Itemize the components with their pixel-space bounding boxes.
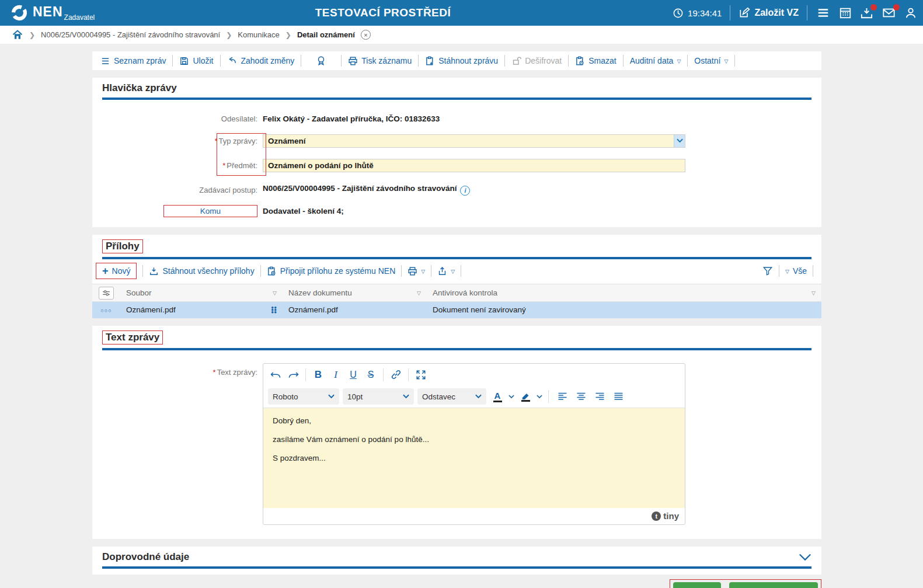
tinymce-brand[interactable]: t tiny xyxy=(652,511,679,521)
color-swatch xyxy=(493,401,502,402)
drag-handle-icon[interactable]: ●●●●●● xyxy=(271,307,277,314)
new-attachment-button[interactable]: + Nový xyxy=(96,263,137,279)
filter-all-button[interactable]: ▽ Vše xyxy=(785,266,807,276)
underline-button[interactable]: U xyxy=(346,367,361,382)
tiny-logo-icon: t xyxy=(652,512,661,521)
message-list-button[interactable]: Seznam zpráv xyxy=(100,56,166,65)
message-line: Dobrý den, xyxy=(273,416,675,425)
audit-data-button[interactable]: Auditní data▽ xyxy=(630,56,681,65)
message-header-section: Hlavička zprávy Odesílatel: Felix Okátý … xyxy=(92,78,821,227)
table-row-attachment[interactable]: ○○○ Oznámení.pdf●●●●●● Oznámení.pdf Doku… xyxy=(92,302,821,318)
highlight-color-button[interactable] xyxy=(518,389,533,404)
attach-from-nen-button[interactable]: Připojit přílohu ze systému NEN xyxy=(267,266,396,276)
column-header-file[interactable]: Soubor▽ xyxy=(120,284,283,302)
chevron-down-icon xyxy=(328,394,335,399)
divider xyxy=(220,55,221,67)
align-left-button[interactable] xyxy=(555,389,570,404)
hamburger-icon xyxy=(816,6,831,19)
subject-input[interactable]: Oznámení o podání po lhůtě xyxy=(263,159,685,172)
discard-changes-button[interactable]: Zahodit změny xyxy=(227,56,295,65)
link-button[interactable] xyxy=(388,367,403,382)
nen-logo[interactable]: NENZadavatel xyxy=(0,4,95,22)
save-button[interactable]: Uložit xyxy=(179,56,213,66)
breadcrumb-separator: ❯ xyxy=(29,31,35,39)
breadcrumb-separator: ❯ xyxy=(226,31,232,39)
breadcrumb-item-communication[interactable]: Komunikace xyxy=(238,30,280,39)
clipboard-download-icon xyxy=(425,56,435,66)
close-tab-icon[interactable]: × xyxy=(361,30,371,40)
attachment-doc-name: Oznámení.pdf xyxy=(283,302,427,318)
attachment-antivirus-status: Dokument není zavirovaný xyxy=(427,302,821,318)
info-icon[interactable]: i xyxy=(460,186,470,196)
undo-icon xyxy=(270,370,281,380)
download-all-attachments-button[interactable]: Stáhnout všechny přílohy xyxy=(149,266,254,276)
filter-triangle-icon[interactable]: ▽ xyxy=(811,290,816,296)
required-marker: * xyxy=(213,368,216,377)
column-header-docname[interactable]: Název dokumentu▽ xyxy=(283,284,427,302)
column-settings-button[interactable] xyxy=(99,287,114,300)
delete-button[interactable]: Smazat xyxy=(575,56,616,66)
logo-text: NEN xyxy=(33,4,63,19)
dropdown-button[interactable] xyxy=(674,135,685,147)
messages-button[interactable] xyxy=(882,6,896,19)
bold-button[interactable]: B xyxy=(311,367,326,382)
rosette-icon xyxy=(316,55,326,66)
divider xyxy=(383,368,384,381)
expand-chevron-icon[interactable] xyxy=(799,553,811,561)
home-icon[interactable] xyxy=(12,29,23,41)
align-justify-button[interactable] xyxy=(611,389,626,404)
print-attachments-button[interactable]: ▽ xyxy=(407,266,425,276)
font-family-select[interactable]: Roboto xyxy=(268,388,339,405)
redo-button[interactable] xyxy=(285,367,301,382)
nen-swirl-icon xyxy=(11,4,28,22)
user-profile-button[interactable] xyxy=(904,6,917,19)
other-button[interactable]: Ostatní▽ xyxy=(694,56,728,65)
align-center-button[interactable] xyxy=(573,389,588,404)
filter-triangle-icon[interactable]: ▽ xyxy=(273,290,277,296)
italic-button[interactable]: I xyxy=(328,367,343,382)
breadcrumb-separator: ❯ xyxy=(285,31,291,39)
strikethrough-button[interactable]: S xyxy=(363,367,378,382)
column-header-antivirus[interactable]: Antivirová kontrola▽ xyxy=(427,284,821,302)
breadcrumb-item-procedure[interactable]: N006/25/V00004995 - Zajištění závodního … xyxy=(41,30,220,39)
send-button[interactable]: Odeslat xyxy=(673,582,722,588)
create-vz-button[interactable]: Založit VZ xyxy=(739,7,799,19)
filter-triangle-icon[interactable]: ▽ xyxy=(417,290,421,296)
align-right-icon xyxy=(595,392,605,401)
chevron-down-icon[interactable] xyxy=(508,395,514,399)
calendar-button[interactable] xyxy=(839,6,852,19)
chevron-down-icon[interactable] xyxy=(537,395,542,399)
section-title-attachments: Přílohy xyxy=(102,239,143,253)
row-menu-icon[interactable]: ○○○ xyxy=(100,308,112,314)
export-attachments-button[interactable]: ▽ xyxy=(437,266,455,276)
notification-badge xyxy=(870,4,877,11)
sliders-icon xyxy=(102,290,110,297)
additional-data-section: Doprovodné údaje xyxy=(92,547,821,575)
triangle-down-icon: ▽ xyxy=(724,58,728,64)
message-type-value: Oznámení xyxy=(268,137,306,145)
download-message-button[interactable]: Stáhnout zprávu xyxy=(425,56,498,66)
top-header-bar: NENZadavatel TESTOVACÍ PROSTŘEDÍ 19:34:4… xyxy=(0,0,923,26)
divider xyxy=(687,55,688,67)
fullscreen-button[interactable] xyxy=(413,367,429,382)
section-underline xyxy=(102,566,811,569)
divider xyxy=(341,55,342,67)
font-size-select[interactable]: 10pt xyxy=(343,388,414,405)
calendar-icon xyxy=(839,6,852,19)
recipients-button[interactable]: Komu xyxy=(163,205,257,217)
undo-button[interactable] xyxy=(268,367,283,382)
divider xyxy=(504,55,505,67)
print-record-button[interactable]: Tisk záznamu xyxy=(348,56,412,66)
certificate-button[interactable] xyxy=(308,55,335,66)
filter-button[interactable] xyxy=(762,266,773,276)
menu-button[interactable] xyxy=(816,6,831,19)
text-color-button[interactable]: A xyxy=(490,389,505,404)
create-vz-label: Založit VZ xyxy=(754,8,799,18)
message-type-select[interactable]: Oznámení xyxy=(263,134,685,148)
inbox-button[interactable] xyxy=(860,6,873,20)
message-text-section: Text zprávy *Text zprávy: B I U S xyxy=(92,326,821,539)
block-format-select[interactable]: Odstavec xyxy=(417,388,486,405)
sign-and-send-button[interactable]: Podepsat a odeslat xyxy=(729,582,818,588)
message-body-textarea[interactable]: Dobrý den, zasíláme Vám oznámení o podán… xyxy=(263,408,685,508)
align-right-button[interactable] xyxy=(592,389,607,404)
